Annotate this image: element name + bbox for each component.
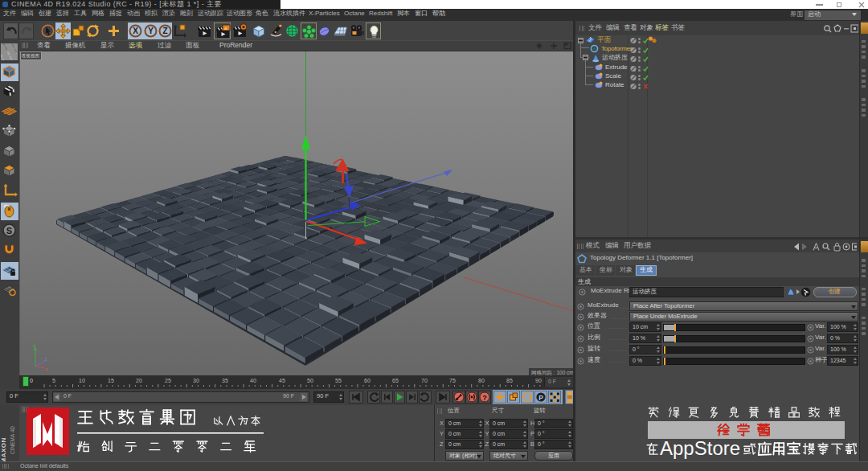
svg-text:AppStore: AppStore (660, 437, 740, 459)
svg-text:P: P (538, 394, 543, 402)
svg-text:S: S (6, 226, 12, 236)
svg-text:?: ? (482, 394, 487, 402)
svg-text:X: X (133, 27, 138, 35)
svg-text:Z: Z (162, 27, 167, 35)
svg-text:Y: Y (148, 27, 154, 35)
svg-text:Z: Z (45, 357, 47, 362)
